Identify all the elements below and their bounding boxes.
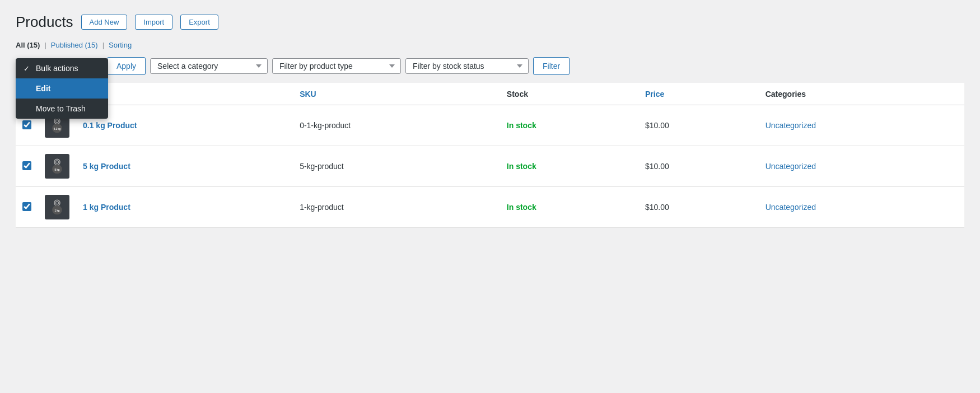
th-price[interactable]: Price [638, 83, 759, 105]
kettlebell-icon: 0.1 kg [49, 118, 65, 133]
svg-text:0.1 kg: 0.1 kg [54, 128, 61, 130]
row2-name-cell: 5 kg Product [76, 146, 293, 187]
svg-point-9 [55, 202, 58, 204]
row2-checkbox-cell [16, 146, 38, 187]
row2-category-link[interactable]: Uncategorized [766, 162, 816, 171]
row2-stock-cell: In stock [500, 146, 638, 187]
table-body: 0.1 kg 0.1 kg Product 0-1-kg-product In … [16, 105, 964, 228]
products-table: Name SKU Stock Price Categories 0.1 kg [16, 83, 964, 228]
checkmark-icon: ✓ [24, 64, 31, 73]
row3-thumb-cell: 1 kg [38, 187, 76, 228]
row1-checkbox[interactable] [22, 120, 31, 129]
row2-category-cell: Uncategorized [759, 146, 964, 187]
row2-thumb-cell: 5 kg [38, 146, 76, 187]
stock-status-select[interactable]: Filter by stock status [405, 58, 529, 74]
status-published-link[interactable]: Published (15) [51, 41, 98, 49]
status-bar: All (15) | Published (15) | Sorting [16, 41, 964, 49]
sep1: | [44, 41, 46, 49]
page-header: Products Add New Import Export [16, 13, 964, 31]
bulk-actions-edit-item[interactable]: Edit [16, 78, 108, 99]
table-row: 0.1 kg 0.1 kg Product 0-1-kg-product In … [16, 105, 964, 146]
svg-point-1 [55, 120, 58, 123]
row2-checkbox[interactable] [22, 161, 31, 170]
svg-point-5 [55, 161, 58, 163]
row3-name-cell: 1 kg Product [76, 187, 293, 228]
svg-point-0 [54, 118, 60, 124]
add-new-button[interactable]: Add New [81, 15, 128, 30]
row3-category-link[interactable]: Uncategorized [766, 203, 816, 212]
svg-text:5 kg: 5 kg [55, 169, 60, 171]
table-row: 5 kg 5 kg Product 5-kg-product In stock … [16, 146, 964, 187]
row3-price-cell: $10.00 [638, 187, 759, 228]
row3-name-link[interactable]: 1 kg Product [83, 203, 130, 212]
table-row: 1 kg 1 kg Product 1-kg-product In stock … [16, 187, 964, 228]
row3-stock-cell: In stock [500, 187, 638, 228]
bulk-actions-wrapper: ✓ Bulk actions Edit Move to Trash Bulk a… [16, 58, 102, 74]
sep2: | [102, 41, 104, 49]
row1-name-link[interactable]: 0.1 kg Product [83, 121, 137, 130]
bulk-actions-header-item[interactable]: ✓ Bulk actions [16, 58, 108, 78]
svg-point-8 [54, 200, 60, 205]
export-button[interactable]: Export [180, 15, 218, 30]
row3-sku-cell: 1-kg-product [293, 187, 500, 228]
kettlebell-icon: 1 kg [49, 199, 65, 215]
row1-category-link[interactable]: Uncategorized [766, 121, 816, 130]
row3-thumbnail: 1 kg [45, 195, 69, 219]
apply-button[interactable]: Apply [107, 57, 146, 75]
filter-button[interactable]: Filter [533, 57, 570, 75]
filter-bar: ✓ Bulk actions Edit Move to Trash Bulk a… [16, 57, 964, 75]
row1-name-cell: 0.1 kg Product [76, 105, 293, 146]
row2-name-link[interactable]: 5 kg Product [83, 162, 130, 171]
row3-checkbox[interactable] [22, 202, 31, 211]
th-name[interactable]: Name [76, 83, 293, 105]
row3-stock-status: In stock [507, 203, 536, 212]
row2-thumbnail: 5 kg [45, 154, 69, 179]
row2-sku-cell: 5-kg-product [293, 146, 500, 187]
svg-text:1 kg: 1 kg [55, 209, 60, 212]
product-type-select[interactable]: Filter by product type [272, 58, 401, 74]
page-title: Products [16, 13, 73, 31]
row1-sku-cell: 0-1-kg-product [293, 105, 500, 146]
row3-category-cell: Uncategorized [759, 187, 964, 228]
status-sorting-link[interactable]: Sorting [109, 41, 132, 49]
import-button[interactable]: Import [135, 15, 172, 30]
row1-stock-cell: In stock [500, 105, 638, 146]
row2-stock-status: In stock [507, 162, 536, 171]
row1-category-cell: Uncategorized [759, 105, 964, 146]
category-select[interactable]: Select a category [150, 58, 268, 74]
status-all: All (15) [16, 41, 40, 49]
svg-point-4 [54, 159, 60, 165]
bulk-actions-trash-item[interactable]: Move to Trash [16, 99, 108, 119]
table-header: Name SKU Stock Price Categories [16, 83, 964, 105]
row3-checkbox-cell [16, 187, 38, 228]
th-stock: Stock [500, 83, 638, 105]
kettlebell-icon: 5 kg [49, 158, 65, 174]
bulk-actions-dropdown-menu: ✓ Bulk actions Edit Move to Trash [16, 58, 108, 119]
row1-stock-status: In stock [507, 121, 536, 130]
row2-price-cell: $10.00 [638, 146, 759, 187]
th-sku[interactable]: SKU [293, 83, 500, 105]
row1-price-cell: $10.00 [638, 105, 759, 146]
th-categories: Categories [759, 83, 964, 105]
